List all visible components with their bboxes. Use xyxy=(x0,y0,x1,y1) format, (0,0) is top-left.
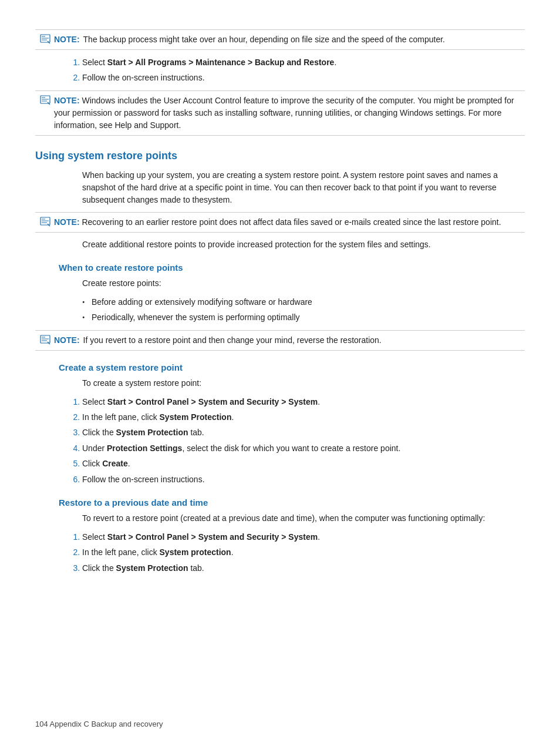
create-steps-list: Select Start > Control Panel > System an… xyxy=(82,395,525,486)
restore-note-text: Recovering to an earlier restore point d… xyxy=(82,217,501,227)
subsection-restore-heading: Restore to a previous date and time xyxy=(59,498,525,508)
when-note-box: NOTE: If you revert to a restore point a… xyxy=(35,330,525,351)
step-1: Select Start > All Programs > Maintenanc… xyxy=(82,56,525,69)
restore-steps-list: Select Start > Control Panel > System an… xyxy=(82,530,525,574)
when-bullet-list: Before adding or extensively modifying s… xyxy=(82,295,525,324)
step-2: Follow the on-screen instructions. xyxy=(82,71,525,84)
note-icon-restore xyxy=(40,217,50,227)
top-note-text: The backup process might take over an ho… xyxy=(83,33,445,46)
when-intro: Create restore points: xyxy=(82,277,525,290)
step-2-text: Follow the on-screen instructions. xyxy=(82,73,205,82)
uac-note-text: Windows includes the User Account Contro… xyxy=(54,96,514,130)
when-note-label: NOTE: xyxy=(54,334,80,347)
bullet-text-2: Periodically, whenever the system is per… xyxy=(92,312,300,322)
footer-text: 104 Appendix C Backup and recovery xyxy=(35,720,163,728)
restore-note-box: NOTE: Recovering to an earlier restore p… xyxy=(35,212,525,233)
initial-steps-list: Select Start > All Programs > Maintenanc… xyxy=(82,56,525,85)
top-note-box: NOTE: The backup process might take over… xyxy=(35,29,525,50)
note-icon xyxy=(40,34,50,45)
restore-note-content: NOTE: Recovering to an earlier restore p… xyxy=(54,216,501,228)
uac-note-label: NOTE: xyxy=(54,96,80,105)
step-1-text: Select Start > All Programs > Maintenanc… xyxy=(82,58,336,67)
note-icon-uac xyxy=(40,95,50,106)
restore-intro: To revert to a restore point (created at… xyxy=(82,512,525,525)
restore-step-2: In the left pane, click System protectio… xyxy=(82,546,525,559)
restore-step-3: Click the System Protection tab. xyxy=(82,562,525,574)
create-step-6: Follow the on-screen instructions. xyxy=(82,473,525,486)
create-step-2: In the left pane, click System Protectio… xyxy=(82,411,525,424)
section-restore-desc: When backing up your system, you are cre… xyxy=(82,169,525,206)
uac-note-box: NOTE: Windows includes the User Account … xyxy=(35,90,525,136)
create-step-3: Click the System Protection tab. xyxy=(82,426,525,439)
create-step-5: Click Create. xyxy=(82,457,525,470)
page-footer: 104 Appendix C Backup and recovery xyxy=(35,720,163,728)
bullet-text-1: Before adding or extensively modifying s… xyxy=(92,297,312,307)
subsection-create-heading: Create a system restore point xyxy=(59,362,525,372)
create-step-4: Under Protection Settings, select the di… xyxy=(82,442,525,455)
top-note-label: NOTE: xyxy=(54,33,80,46)
restore-step-1: Select Start > Control Panel > System an… xyxy=(82,530,525,543)
bullet-item-1: Before adding or extensively modifying s… xyxy=(82,295,525,308)
when-note-text: If you revert to a restore point and the… xyxy=(83,334,382,347)
subsection-when-heading: When to create restore points xyxy=(59,263,525,273)
note-icon-when xyxy=(40,335,50,345)
uac-note-content: NOTE: Windows includes the User Account … xyxy=(54,95,520,132)
additional-text: Create additional restore points to prov… xyxy=(82,238,525,251)
create-intro: To create a system restore point: xyxy=(82,377,525,389)
section-restore-heading: Using system restore points xyxy=(35,150,525,162)
restore-note-label: NOTE: xyxy=(54,217,80,227)
create-step-1: Select Start > Control Panel > System an… xyxy=(82,395,525,408)
bullet-item-2: Periodically, whenever the system is per… xyxy=(82,311,525,324)
